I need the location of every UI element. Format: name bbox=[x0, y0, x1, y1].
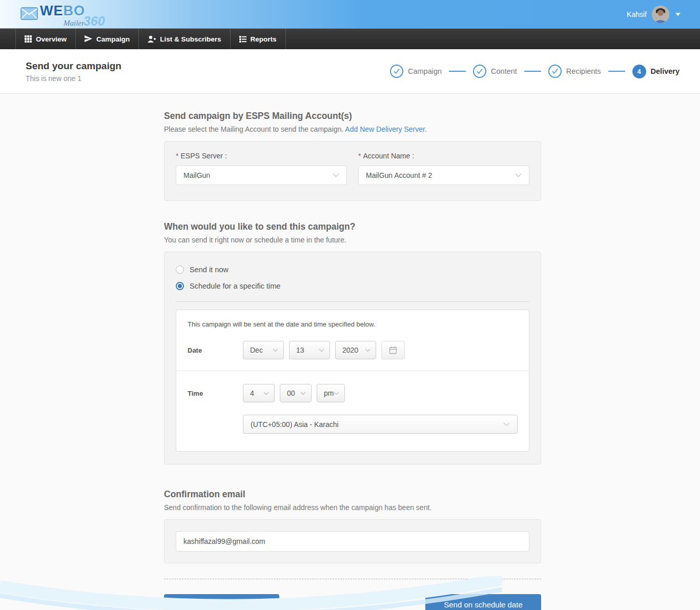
esps-section-subtitle: Please select the Mailing Account to sen… bbox=[164, 125, 541, 133]
send-on-schedule-button[interactable]: Send on schedule date bbox=[425, 594, 541, 610]
year-select[interactable]: 2020 bbox=[335, 341, 376, 359]
step-label: Delivery bbox=[651, 67, 680, 75]
confirmation-panel bbox=[164, 519, 541, 563]
chevron-down-icon bbox=[675, 13, 681, 16]
esps-subtitle-text: Please select the Mailing Account to sen… bbox=[164, 125, 343, 133]
time-label: Time bbox=[188, 390, 243, 397]
wizard-stepper: Campaign Content Recipients 4 Delivery bbox=[390, 65, 680, 78]
month-select[interactable]: Dec bbox=[243, 341, 284, 359]
required-asterisk: * bbox=[358, 152, 361, 160]
chevron-down-icon bbox=[333, 173, 339, 177]
account-name-value: MailGun Account # 2 bbox=[366, 171, 432, 179]
hour-value: 4 bbox=[250, 389, 254, 397]
brand-wordmark: WEBO Mailer360 bbox=[40, 4, 85, 18]
page-header: Send your campaign This is new one 1 Cam… bbox=[0, 49, 700, 94]
day-select[interactable]: 13 bbox=[289, 341, 330, 359]
account-name-label-text: Account Name : bbox=[363, 152, 414, 160]
nav-item-overview[interactable]: Overview bbox=[15, 29, 76, 49]
calendar-picker-button[interactable] bbox=[381, 341, 405, 359]
month-value: Dec bbox=[250, 346, 263, 354]
avatar[interactable] bbox=[652, 6, 669, 23]
page-subtitle: This is new one 1 bbox=[26, 74, 121, 83]
year-value: 2020 bbox=[342, 346, 358, 354]
main-nav: Overview Campaign List & Subscribers Rep… bbox=[0, 28, 700, 49]
required-asterisk: * bbox=[176, 152, 178, 160]
calendar-icon bbox=[389, 346, 397, 354]
confirmation-title: Confirmation email bbox=[164, 489, 541, 500]
check-circle-icon bbox=[548, 65, 562, 78]
timezone-value: (UTC+05:00) Asia - Karachi bbox=[251, 420, 339, 429]
schedule-label: Schedule for a specific time bbox=[190, 282, 280, 290]
brand-mailer: Mailer bbox=[64, 19, 85, 27]
schedule-note: This campaign will be sent at the date a… bbox=[188, 320, 518, 328]
send-now-radio[interactable] bbox=[176, 266, 184, 274]
step-number-badge: 4 bbox=[632, 65, 646, 78]
app-header: WEBO Mailer360 Kahsif bbox=[0, 0, 700, 28]
date-label: Date bbox=[188, 347, 243, 354]
nav-label: Campaign bbox=[96, 35, 130, 43]
confirmation-subtitle: Send confirmation to the following email… bbox=[164, 503, 541, 512]
confirmation-section: Confirmation email Send confirmation to … bbox=[164, 489, 541, 563]
spacer bbox=[188, 415, 243, 434]
meridiem-value: pm bbox=[324, 389, 334, 397]
chevron-down-icon bbox=[365, 349, 370, 352]
account-name-label: *Account Name : bbox=[358, 152, 529, 160]
schedule-section-title: When would you like to send this campaig… bbox=[164, 221, 541, 232]
nav-item-list-subscribers[interactable]: List & Subscribers bbox=[139, 29, 230, 49]
nav-label: Reports bbox=[251, 35, 277, 43]
nav-item-reports[interactable]: Reports bbox=[231, 29, 286, 49]
esps-server-field: *ESPS Server : MailGun bbox=[176, 152, 347, 185]
add-delivery-server-link[interactable]: Add New Delivery Server. bbox=[345, 125, 427, 133]
step-label: Content bbox=[491, 67, 517, 75]
minute-select[interactable]: 00 bbox=[280, 384, 312, 402]
account-name-field: *Account Name : MailGun Account # 2 bbox=[358, 152, 529, 185]
schedule-radio[interactable] bbox=[176, 282, 184, 290]
chevron-down-icon bbox=[334, 392, 339, 395]
back-to-snapshot-button[interactable]: Back to snapshot bbox=[164, 594, 279, 610]
esps-server-value: MailGun bbox=[183, 171, 210, 179]
esps-server-label: *ESPS Server : bbox=[176, 152, 347, 160]
nav-item-campaign[interactable]: Campaign bbox=[76, 29, 139, 49]
schedule-radio-row[interactable]: Schedule for a specific time bbox=[176, 278, 529, 294]
esps-section-title: Send campaign by ESPS Mailing Account(s) bbox=[164, 111, 541, 121]
page-title: Send your campaign bbox=[26, 60, 121, 72]
confirmation-email-input[interactable] bbox=[176, 531, 529, 552]
esps-server-select[interactable]: MailGun bbox=[176, 166, 347, 185]
check-circle-icon bbox=[473, 65, 486, 78]
step-delivery[interactable]: 4 Delivery bbox=[632, 65, 680, 78]
chevron-down-icon bbox=[319, 349, 324, 352]
step-content[interactable]: Content bbox=[473, 65, 517, 78]
time-row: Time 4 00 pm bbox=[188, 384, 518, 402]
content-area: Send campaign by ESPS Mailing Account(s)… bbox=[0, 94, 700, 610]
footer-actions: Back to snapshot Send on schedule date bbox=[164, 594, 541, 610]
brand-360: 360 bbox=[84, 14, 105, 28]
user-plus-icon bbox=[148, 35, 156, 43]
schedule-section-subtitle: You can send it right now or schedule a … bbox=[164, 236, 541, 244]
user-menu[interactable]: Kahsif bbox=[627, 6, 681, 23]
minute-value: 00 bbox=[287, 389, 295, 397]
chevron-down-icon bbox=[273, 349, 278, 352]
esps-server-label-text: ESPS Server : bbox=[180, 152, 227, 160]
account-name-select[interactable]: MailGun Account # 2 bbox=[358, 166, 529, 185]
divider bbox=[176, 301, 529, 302]
hour-select[interactable]: 4 bbox=[243, 384, 275, 402]
meridiem-select[interactable]: pm bbox=[317, 384, 345, 402]
send-button-label: Send on schedule date bbox=[444, 600, 522, 609]
esps-panel: *ESPS Server : MailGun *Account Name : M… bbox=[164, 141, 541, 201]
step-campaign[interactable]: Campaign bbox=[390, 65, 442, 78]
timezone-row: (UTC+05:00) Asia - Karachi bbox=[188, 415, 518, 434]
chevron-down-icon bbox=[300, 392, 306, 395]
send-now-radio-row[interactable]: Send it now bbox=[176, 261, 529, 278]
divider bbox=[176, 371, 529, 371]
chevron-left-icon bbox=[187, 601, 192, 608]
step-recipients[interactable]: Recipients bbox=[548, 65, 601, 78]
day-value: 13 bbox=[296, 346, 304, 354]
grid-icon bbox=[25, 35, 32, 43]
date-row: Date Dec 13 2020 bbox=[188, 341, 518, 359]
brand-sub: Mailer360 bbox=[64, 15, 105, 28]
timezone-select[interactable]: (UTC+05:00) Asia - Karachi bbox=[243, 415, 518, 434]
send-now-label: Send it now bbox=[190, 266, 229, 274]
step-label: Campaign bbox=[408, 67, 442, 75]
chevron-down-icon bbox=[263, 392, 269, 395]
back-button-label: Back to snapshot bbox=[197, 600, 256, 609]
